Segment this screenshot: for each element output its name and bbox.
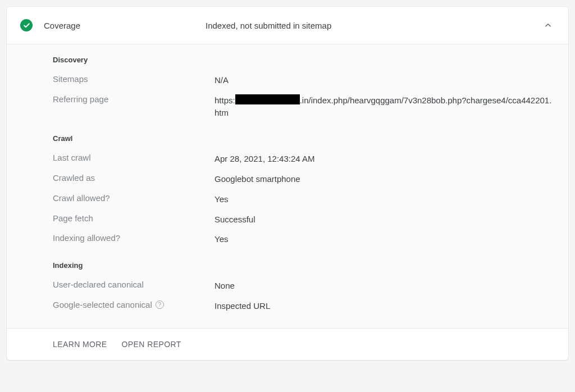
coverage-card: Coverage Indexed, not submitted in sitem… <box>7 7 568 360</box>
label-last-crawl: Last crawl <box>53 153 215 162</box>
label-referring-page: Referring page <box>53 94 215 104</box>
learn-more-button[interactable]: LEARN MORE <box>53 340 107 349</box>
row-sitemaps: Sitemaps N/A <box>53 74 555 86</box>
help-icon[interactable]: ? <box>156 300 164 309</box>
chevron-up-icon <box>544 21 552 29</box>
value-google-canonical: Inspected URL <box>215 300 555 312</box>
row-page-fetch: Page fetch Successful <box>53 213 555 226</box>
value-page-fetch: Successful <box>215 213 555 226</box>
referring-url-prefix: https: <box>215 95 235 105</box>
label-indexing-allowed: Indexing allowed? <box>53 233 215 243</box>
label-crawl-allowed: Crawl allowed? <box>53 193 215 203</box>
redacted-block <box>235 94 300 104</box>
card-header[interactable]: Coverage Indexed, not submitted in sitem… <box>7 7 568 44</box>
value-referring-page: https:.in/index.php/hearvgqggam/7v3n28bo… <box>215 94 555 119</box>
row-google-canonical: Google-selected canonical ? Inspected UR… <box>53 300 555 312</box>
value-indexing-allowed: Yes <box>215 233 555 245</box>
card-footer: LEARN MORE OPEN REPORT <box>7 329 568 360</box>
label-sitemaps: Sitemaps <box>53 74 215 84</box>
row-crawled-as: Crawled as Googlebot smartphone <box>53 173 555 185</box>
header-title: Coverage <box>44 21 206 30</box>
collapse-toggle[interactable] <box>541 19 555 32</box>
status-valid-icon <box>20 19 33 31</box>
section-crawl: Crawl Last crawl Apr 28, 2021, 12:43:24 … <box>53 134 555 245</box>
label-google-canonical: Google-selected canonical ? <box>53 300 215 309</box>
card-body: Discovery Sitemaps N/A Referring page ht… <box>7 44 568 329</box>
label-page-fetch: Page fetch <box>53 213 215 223</box>
header-status: Indexed, not submitted in sitemap <box>206 21 541 30</box>
value-crawl-allowed: Yes <box>215 193 555 206</box>
value-crawled-as: Googlebot smartphone <box>215 173 555 185</box>
row-indexing-allowed: Indexing allowed? Yes <box>53 233 555 245</box>
label-user-canonical: User-declared canonical <box>53 280 215 289</box>
open-report-button[interactable]: OPEN REPORT <box>122 340 181 349</box>
row-user-canonical: User-declared canonical None <box>53 280 555 292</box>
row-referring-page: Referring page https:.in/index.php/hearv… <box>53 94 555 119</box>
value-last-crawl: Apr 28, 2021, 12:43:24 AM <box>215 153 555 165</box>
section-title-discovery: Discovery <box>53 56 555 64</box>
value-user-canonical: None <box>215 280 555 292</box>
section-title-indexing: Indexing <box>53 261 555 270</box>
section-discovery: Discovery Sitemaps N/A Referring page ht… <box>53 56 555 118</box>
value-sitemaps: N/A <box>215 74 555 86</box>
label-crawled-as: Crawled as <box>53 173 215 183</box>
section-title-crawl: Crawl <box>53 134 555 143</box>
label-google-canonical-text: Google-selected canonical <box>53 300 152 309</box>
row-crawl-allowed: Crawl allowed? Yes <box>53 193 555 206</box>
row-last-crawl: Last crawl Apr 28, 2021, 12:43:24 AM <box>53 153 555 165</box>
section-indexing: Indexing User-declared canonical None Go… <box>53 261 555 312</box>
